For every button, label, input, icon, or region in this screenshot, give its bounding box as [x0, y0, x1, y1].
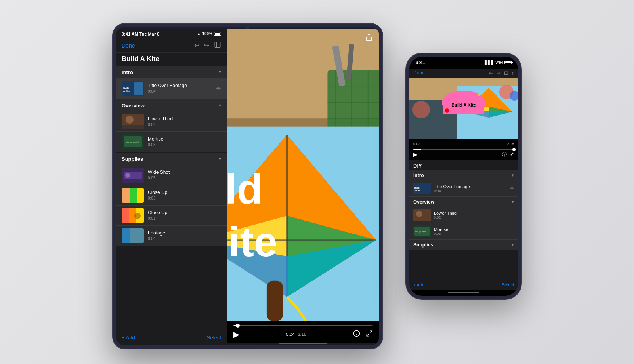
clip-item-title-footage[interactable]: Build A Kite Title Over Footage 0:04 ✏ [116, 78, 227, 99]
clip-item-lower-third[interactable]: Lower Third 0:02 [116, 112, 227, 132]
iphone-section-header-overview[interactable]: Overview ▾ [409, 197, 518, 207]
svg-rect-26 [122, 228, 130, 243]
svg-rect-9 [122, 125, 144, 129]
clip-name-mortise: Mortise [148, 136, 221, 142]
iphone-frame: 9:41 ▋▋▋ WiFi Done ↩ ↪ ⊡ [406, 53, 521, 299]
svg-text:Let's get started: Let's get started [415, 231, 426, 233]
iphone-section-title-overview: Overview [413, 199, 434, 205]
svg-text:A Kite: A Kite [414, 189, 420, 192]
ipad-video-controls: ▶ 0:04 2:18 [227, 321, 379, 343]
clip-thumb-footage [122, 228, 144, 243]
iphone-thumb-lower-third [413, 209, 431, 221]
ipad-fullscreen-icon[interactable] [366, 330, 373, 339]
ipad-play-button[interactable]: ▶ [233, 330, 239, 339]
iphone-battery-fill [505, 61, 511, 63]
done-button[interactable]: Done [122, 42, 191, 49]
svg-text:A Kite: A Kite [227, 218, 277, 265]
crop-icon[interactable] [214, 41, 221, 50]
svg-point-8 [126, 116, 134, 124]
section-title-supplies: Supplies [122, 156, 143, 162]
ipad-sidebar-bottom: + Add Select [116, 330, 227, 345]
wifi-icon: ▲ [197, 32, 201, 36]
iphone-video-controls: 0:02 2:18 ▶ ⓘ ⤢ [409, 139, 518, 160]
svg-rect-27 [130, 228, 144, 243]
iphone-edit-icon: ✏ [510, 186, 514, 191]
redo-icon[interactable]: ↪ [204, 42, 209, 49]
iphone-crop-icon[interactable]: ⊡ [504, 70, 508, 76]
svg-text:Build: Build [227, 166, 263, 213]
section-header-intro[interactable]: Intro ▾ [116, 66, 227, 78]
iphone-content: Done ↩ ↪ ⊡ ↑ [409, 69, 518, 290]
clip-duration-title-footage: 0:04 [148, 89, 212, 93]
svg-point-15 [125, 173, 130, 178]
clip-item-wide-shot[interactable]: Wide Shot 0:05 [116, 165, 227, 185]
toolbar-icons: ↩ ↪ [194, 41, 221, 50]
clip-info-footage: Footage 0:04 [148, 230, 221, 241]
iphone-clip-dur-mortise: 0:03 [434, 232, 514, 236]
clip-item-close-up-2[interactable]: Close Up 0:01 [116, 206, 227, 226]
iphone-progress-bar[interactable] [413, 149, 514, 150]
svg-text:A Kite: A Kite [123, 90, 130, 92]
iphone-status-right: ▋▋▋ WiFi [485, 60, 512, 65]
iphone-done-button[interactable]: Done [413, 70, 425, 76]
clip-duration-close-up-2: 0:01 [148, 216, 221, 221]
select-button[interactable]: Select [207, 335, 221, 341]
iphone-section-header-supplies[interactable]: Supplies ▾ [409, 240, 518, 250]
clip-info-lower-third: Lower Third 0:02 [148, 116, 221, 127]
iphone-clip-info-mortise: Mortise 0:03 [434, 227, 514, 236]
ipad-info-icon[interactable] [353, 330, 360, 339]
iphone-add-button[interactable]: + Add [413, 282, 424, 287]
clip-info-title-footage: Title Over Footage 0:04 [148, 83, 212, 93]
ipad-toolbar: Done ↩ ↪ [116, 39, 227, 53]
iphone-section-header-intro[interactable]: Intro ▾ [409, 170, 518, 181]
clip-info-close-up-2: Close Up 0:01 [148, 210, 221, 221]
ipad-frame: 9:41 AM Tue Mar 8 ▲ 100% Done ↩ [113, 24, 382, 349]
iphone-section-title-intro: Intro [413, 173, 424, 178]
iphone-undo-icon[interactable]: ↩ [489, 70, 493, 76]
iphone-info-icon[interactable]: ⓘ [502, 151, 507, 158]
clip-name-wide-shot: Wide Shot [148, 170, 221, 175]
clip-item-footage[interactable]: Footage 0:04 [116, 226, 227, 246]
clip-name-lower-third: Lower Third [148, 116, 221, 122]
iphone-select-button[interactable]: Select [502, 282, 514, 287]
edit-icon: ✏ [216, 85, 221, 91]
clip-item-close-up-1[interactable]: Close Up 0:03 [116, 185, 227, 206]
iphone-redo-icon[interactable]: ↪ [497, 70, 501, 76]
section-title-intro: Intro [122, 69, 133, 75]
clip-item-mortise[interactable]: Let's get started Mortise 0:03 [116, 132, 227, 152]
ipad-progress-thumb [236, 324, 240, 328]
iphone-clip-lower-third[interactable]: Lower Third 0:02 [409, 207, 518, 223]
ipad-top-bar [359, 29, 379, 47]
clip-name-footage: Footage [148, 230, 221, 236]
svg-rect-21 [122, 208, 129, 223]
iphone-fullscreen-icon[interactable]: ⤢ [510, 151, 514, 158]
iphone-clip-title-footage[interactable]: Build A Kite Title Over Footage 0:04 ✏ [409, 181, 518, 197]
iphone-thumb-mortise: Let's get started [413, 225, 431, 237]
ipad-control-icons-right [353, 330, 373, 339]
svg-line-71 [367, 334, 369, 336]
iphone-time: 9:41 [416, 60, 425, 65]
section-header-supplies[interactable]: Supplies ▾ [116, 153, 227, 165]
ipad-progress-bar[interactable] [233, 325, 373, 326]
section-header-overview[interactable]: Overview ▾ [116, 99, 227, 112]
add-button[interactable]: + Add [122, 335, 135, 341]
undo-icon[interactable]: ↩ [194, 42, 199, 49]
clip-duration-close-up-1: 0:03 [148, 196, 221, 200]
svg-text:Build A Kite: Build A Kite [451, 103, 476, 107]
main-scene: 9:41 AM Tue Mar 8 ▲ 100% Done ↩ [0, 0, 634, 364]
clip-duration-footage: 0:04 [148, 236, 221, 241]
battery-pct: 100% [202, 32, 212, 36]
iphone-signal-icon: ▋▋▋ [485, 60, 494, 65]
clip-thumb-title-footage: Build A Kite [122, 81, 144, 96]
share-icon[interactable] [365, 33, 373, 43]
iphone-section-title-supplies: Supplies [413, 242, 433, 248]
svg-text:✦: ✦ [477, 92, 481, 98]
ipad-sidebar-scroll[interactable]: Intro ▾ Build A Kite [116, 66, 227, 330]
iphone-play-button[interactable]: ▶ [413, 151, 418, 158]
ipad-status-bar: 9:41 AM Tue Mar 8 ▲ 100% [116, 29, 227, 39]
ipad-main-area: WiFi 100% [227, 29, 379, 345]
iphone-clip-mortise[interactable]: Let's get started Mortise 0:03 [409, 223, 518, 240]
clip-name-close-up-2: Close Up [148, 210, 221, 215]
iphone-toolbar: Done ↩ ↪ ⊡ ↑ [409, 69, 518, 78]
iphone-share-icon[interactable]: ↑ [512, 70, 514, 76]
